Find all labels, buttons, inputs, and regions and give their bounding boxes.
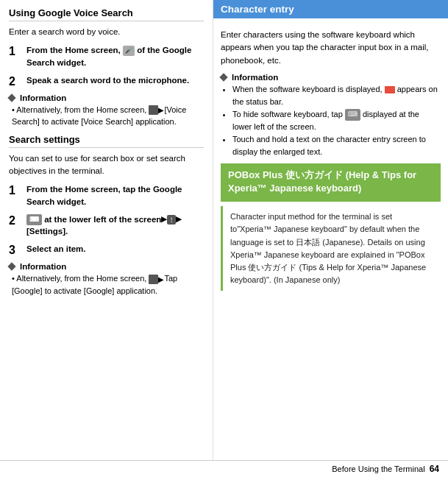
arrow-icon: ▶ xyxy=(158,105,164,116)
page-number: 64 xyxy=(430,464,439,474)
settings-info-note: • Alternatively, from the Home screen, ▶… xyxy=(12,272,204,297)
settings-step-1: 1 From the Home screen, tap the Google S… xyxy=(9,183,204,208)
section-voice-search: Using Google Voice Search Enter a search… xyxy=(9,7,204,128)
footer-label: Before Using the Terminal xyxy=(332,464,424,473)
voice-info-note: • Alternatively, from the Home screen, ▶… xyxy=(12,104,204,128)
home-icon2 xyxy=(149,275,158,284)
step-2-text: Speak a search word to the microphone. xyxy=(26,74,189,87)
char-info-item-2: To hide software keyboard, tap ⌨ display… xyxy=(232,108,441,133)
voice-step-1: 1 From the Home screen, 🎤 of the Google … xyxy=(9,44,204,68)
search-settings-intro: You can set to use for search box or set… xyxy=(9,152,204,178)
settings-step-3-text: Select an item. xyxy=(26,243,86,255)
voice-info-title: Information xyxy=(9,93,204,102)
home-icon xyxy=(149,105,158,115)
settings-step-2-text: ⌨ at the lower left of the screen▶⋮▶[Set… xyxy=(26,213,204,238)
step-number-1: 1 xyxy=(9,44,22,58)
status-bar-icon xyxy=(385,86,395,93)
arrow-right-icon: ▶ xyxy=(161,214,167,225)
right-column: Character entry Enter characters using t… xyxy=(213,0,448,460)
pobox-title: POBox Plus 使い方ガイド (Help & Tips for Xperi… xyxy=(228,169,433,195)
settings-step-number-2: 2 xyxy=(9,213,22,227)
char-info-block: Information When the software keyboard i… xyxy=(221,73,441,158)
left-column: Using Google Voice Search Enter a search… xyxy=(0,0,213,460)
settings-info-title: Information xyxy=(9,262,204,271)
keyboard-icon: ⌨ xyxy=(26,214,42,225)
arrow-right-icon2: ▶ xyxy=(176,214,182,225)
char-info-item-3: Touch and hold a text on the character e… xyxy=(232,133,441,158)
voice-search-title: Using Google Voice Search xyxy=(9,7,204,21)
settings-info-block: Information • Alternatively, from the Ho… xyxy=(9,262,204,297)
settings-step-number-3: 3 xyxy=(9,243,22,257)
step-1-text: From the Home screen, 🎤 of the Google Se… xyxy=(26,44,204,68)
footer-bar: Before Using the Terminal 64 xyxy=(0,460,448,477)
section-search-settings: Search settings You can set to use for s… xyxy=(9,134,204,297)
diamond-icon3 xyxy=(219,73,227,81)
menu-dots-icon: ⋮ xyxy=(167,215,176,225)
char-info-item-1: When the software keyboard is displayed,… xyxy=(232,83,441,108)
diamond-icon2 xyxy=(7,263,15,271)
character-entry-header: Character entry xyxy=(213,0,448,18)
settings-step-2: 2 ⌨ at the lower left of the screen▶⋮▶[S… xyxy=(9,213,204,238)
settings-step-1-text: From the Home screen, tap the Google Sea… xyxy=(26,183,204,208)
char-info-list: When the software keyboard is displayed,… xyxy=(232,83,441,158)
pobox-body: Character input method for the terminal … xyxy=(221,206,441,290)
right-inner: Enter characters using the software keyb… xyxy=(213,23,448,303)
diamond-icon xyxy=(7,93,15,102)
voice-info-block: Information • Alternatively, from the Ho… xyxy=(9,93,204,128)
step-number-2: 2 xyxy=(9,74,22,88)
character-entry-title: Character entry xyxy=(221,4,294,15)
search-settings-title: Search settings xyxy=(9,134,204,148)
character-entry-intro: Enter characters using the software keyb… xyxy=(221,29,441,67)
settings-step-number-1: 1 xyxy=(9,183,22,197)
pobox-header: POBox Plus 使い方ガイド (Help & Tips for Xperi… xyxy=(221,163,441,202)
mic-icon: 🎤 xyxy=(123,46,135,56)
arrow-icon2: ▶ xyxy=(158,274,164,285)
voice-step-2: 2 Speak a search word to the microphone. xyxy=(9,74,204,88)
settings-step-3: 3 Select an item. xyxy=(9,243,204,257)
hide-keyboard-icon: ⌨ xyxy=(345,109,360,121)
voice-search-intro: Enter a search word by voice. xyxy=(9,26,204,38)
char-info-title: Information xyxy=(221,73,441,82)
